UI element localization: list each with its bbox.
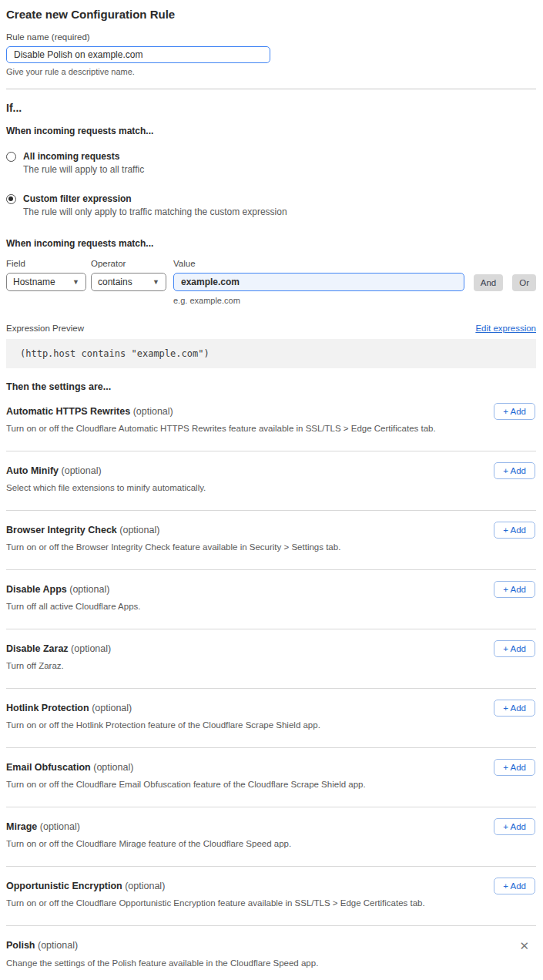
radio-button-icon-selected[interactable] [6, 194, 16, 204]
field-label: Field [6, 259, 86, 268]
setting-section-browser-integrity-check: Browser Integrity Check (optional) Turn … [6, 511, 536, 570]
operator-select-value: contains [98, 277, 132, 287]
radio-description: The rule will only apply to traffic matc… [23, 206, 287, 217]
setting-optional-tag: (optional) [40, 821, 80, 832]
setting-description: Turn on or off the Cloudflare Email Obfu… [6, 780, 468, 789]
setting-section-automatic-https-rewrites: Automatic HTTPS Rewrites (optional) Turn… [6, 392, 536, 451]
add-setting-button[interactable]: + Add [494, 403, 535, 420]
setting-section-hotlink-protection: Hotlink Protection (optional) Turn on or… [6, 689, 536, 748]
setting-section-email-obfuscation: Email Obfuscation (optional) Turn on or … [6, 748, 536, 807]
add-setting-button[interactable]: + Add [494, 878, 535, 894]
setting-name: Auto Minify [6, 465, 59, 476]
setting-name: Automatic HTTPS Rewrites [6, 406, 130, 417]
setting-description: Turn on or off the Cloudflare Mirage fea… [6, 839, 468, 848]
setting-description: Select which file extensions to minify a… [6, 483, 468, 492]
expression-preview-label: Expression Preview [6, 324, 84, 333]
setting-description: Turn off Zaraz. [6, 661, 468, 670]
setting-optional-tag: (optional) [133, 406, 173, 417]
setting-name: Hotlink Protection [6, 703, 89, 713]
setting-section-opportunistic-encryption: Opportunistic Encryption (optional) Turn… [6, 867, 536, 926]
setting-optional-tag: (optional) [38, 940, 78, 951]
setting-description: Change the settings of the Polish featur… [6, 958, 468, 968]
value-helper: e.g. example.com [173, 296, 536, 305]
create-configuration-rule-form: Create new Configuration Rule Rule name … [0, 0, 543, 980]
add-setting-button[interactable]: + Add [494, 759, 535, 776]
value-label: Value [173, 259, 464, 268]
operator-select[interactable]: contains ▼ [91, 273, 166, 291]
close-icon[interactable]: ✕ [519, 940, 529, 951]
setting-name: Opportunistic Encryption [6, 881, 122, 891]
add-setting-button[interactable]: + Add [494, 462, 535, 479]
add-setting-button[interactable]: + Add [494, 818, 535, 835]
setting-description: Turn on or off the Cloudflare Automatic … [6, 424, 468, 433]
setting-optional-tag: (optional) [62, 465, 102, 476]
or-button[interactable]: Or [512, 274, 536, 291]
setting-section-mirage: Mirage (optional) Turn on or off the Clo… [6, 807, 536, 867]
setting-description: Turn on or off the Browser Integrity Che… [6, 542, 468, 552]
setting-optional-tag: (optional) [71, 643, 111, 654]
builder-match-label: When incoming requests match... [6, 238, 536, 249]
radio-all-incoming-requests[interactable]: All incoming requests The rule will appl… [6, 151, 536, 175]
caret-down-icon: ▼ [153, 279, 159, 286]
setting-section-disable-zaraz: Disable Zaraz (optional) Turn off Zaraz.… [6, 629, 536, 689]
rule-name-label: Rule name (required) [6, 32, 536, 42]
expression-preview-code: (http.host contains "example.com") [6, 339, 536, 368]
add-setting-button[interactable]: + Add [494, 700, 535, 717]
field-select-value: Hostname [13, 277, 55, 287]
setting-name: Disable Zaraz [6, 643, 69, 654]
settings-list: Automatic HTTPS Rewrites (optional) Turn… [6, 392, 536, 926]
then-settings-heading: Then the settings are... [6, 381, 536, 392]
setting-section-polish: Polish (optional) ✕ Change the settings … [6, 926, 536, 980]
setting-name: Browser Integrity Check [6, 525, 117, 535]
match-label: When incoming requests match... [6, 126, 536, 136]
radio-label: Custom filter expression [23, 193, 287, 204]
divider [6, 89, 536, 89]
setting-optional-tag: (optional) [125, 881, 165, 891]
expression-builder: Field Hostname ▼ Operator contains ▼ Val… [6, 259, 536, 305]
operator-label: Operator [91, 259, 166, 268]
field-select[interactable]: Hostname ▼ [6, 273, 86, 291]
rule-name-helper: Give your rule a descriptive name. [6, 67, 536, 76]
and-button[interactable]: And [474, 274, 503, 291]
radio-label: All incoming requests [23, 151, 144, 162]
setting-section-disable-apps: Disable Apps (optional) Turn off all act… [6, 570, 536, 629]
add-setting-button[interactable]: + Add [494, 581, 535, 598]
add-setting-button[interactable]: + Add [494, 522, 535, 539]
setting-name: Mirage [6, 821, 37, 832]
setting-section-auto-minify: Auto Minify (optional) Select which file… [6, 451, 536, 511]
setting-optional-tag: (optional) [92, 703, 132, 713]
edit-expression-link[interactable]: Edit expression [475, 324, 536, 333]
if-heading: If... [6, 102, 536, 114]
setting-optional-tag: (optional) [119, 525, 159, 535]
setting-description: Turn on or off the Hotlink Protection fe… [6, 720, 468, 730]
setting-optional-tag: (optional) [93, 762, 133, 773]
setting-optional-tag: (optional) [69, 584, 109, 595]
radio-description: The rule will apply to all traffic [23, 164, 144, 175]
page-title: Create new Configuration Rule [6, 8, 536, 21]
setting-name: Email Obfuscation [6, 762, 91, 773]
radio-button-icon[interactable] [6, 152, 16, 162]
setting-description: Turn off all active Cloudflare Apps. [6, 602, 468, 611]
setting-description: Turn on or off the Cloudflare Opportunis… [6, 898, 468, 908]
radio-custom-filter-expression[interactable]: Custom filter expression The rule will o… [6, 193, 536, 217]
caret-down-icon: ▼ [72, 279, 79, 286]
rule-name-input[interactable] [6, 46, 270, 63]
add-setting-button[interactable]: + Add [494, 640, 535, 657]
setting-name: Polish [6, 940, 35, 951]
value-input[interactable] [173, 273, 464, 291]
setting-name: Disable Apps [6, 584, 67, 595]
